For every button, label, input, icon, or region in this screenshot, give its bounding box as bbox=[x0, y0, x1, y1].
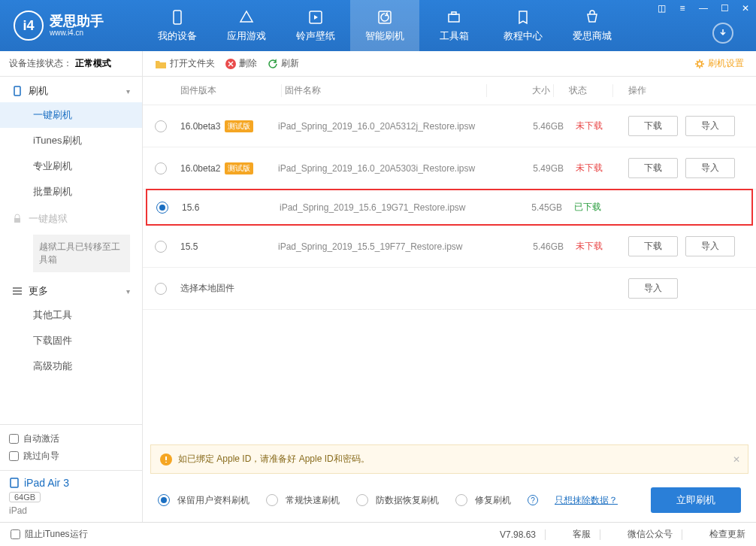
sidebar-group-jailbreak: 一键越狱 bbox=[0, 205, 142, 230]
firmware-status: 未下载 bbox=[564, 120, 616, 132]
flash-options: 保留用户资料刷机常规快速刷机防数据恢复刷机修复刷机 ? 只想抹除数据？ 立即刷机 bbox=[143, 478, 756, 522]
firmware-size: 5.49GB bbox=[503, 163, 564, 174]
nav-tab-6[interactable]: 爱思商城 bbox=[558, 0, 627, 51]
download-indicator-icon[interactable] bbox=[712, 23, 733, 44]
flash-option[interactable]: 防数据恢复刷机 bbox=[356, 494, 439, 507]
flash-now-button[interactable]: 立即刷机 bbox=[651, 487, 741, 513]
device-type: iPad bbox=[9, 505, 133, 516]
svg-rect-9 bbox=[13, 293, 22, 295]
local-firmware-row[interactable]: 选择本地固件导入 bbox=[143, 268, 756, 310]
delete-button[interactable]: 删除 bbox=[225, 57, 257, 70]
firmware-size: 5.46GB bbox=[503, 121, 564, 132]
nav-tab-2[interactable]: 铃声壁纸 bbox=[281, 0, 350, 51]
menu-button[interactable]: ≡ bbox=[672, 0, 693, 17]
nav-icon bbox=[445, 8, 463, 26]
sidebar-item[interactable]: 批量刷机 bbox=[0, 179, 142, 205]
download-button[interactable]: 下载 bbox=[628, 236, 678, 256]
auto-activate-checkbox[interactable]: 自动激活 bbox=[9, 432, 133, 445]
svg-rect-5 bbox=[14, 86, 20, 96]
col-ops: 操作 bbox=[616, 84, 744, 97]
sidebar-group-more[interactable]: 更多 ▾ bbox=[0, 277, 142, 302]
sidebar-group-flash[interactable]: 刷机 ▾ bbox=[0, 77, 142, 102]
block-itunes-checkbox[interactable]: 阻止iTunes运行 bbox=[11, 528, 88, 541]
main-content: 打开文件夹 删除 刷新 刷机设置 固件版本 固件名称 大小 状态 bbox=[143, 51, 756, 522]
device-name[interactable]: iPad Air 3 bbox=[9, 477, 133, 489]
import-button[interactable]: 导入 bbox=[685, 116, 735, 136]
nav-icon bbox=[237, 8, 256, 26]
option-radio[interactable] bbox=[356, 494, 368, 506]
firmware-size: 5.45GB bbox=[502, 202, 562, 213]
nav-icon bbox=[307, 8, 325, 26]
firmware-ops: 下载导入 bbox=[616, 236, 744, 256]
flash-icon bbox=[12, 86, 23, 96]
firmware-radio[interactable] bbox=[155, 283, 167, 295]
maximize-button[interactable]: ☐ bbox=[714, 0, 735, 17]
svg-rect-0 bbox=[174, 11, 181, 24]
wechat-link[interactable]: 微信公众号 bbox=[627, 528, 673, 541]
toolbar: 打开文件夹 删除 刷新 刷机设置 bbox=[143, 51, 756, 77]
firmware-name: iPad_Spring_2019_15.6_19G71_Restore.ipsw bbox=[280, 202, 502, 213]
flash-settings-button[interactable]: 刷机设置 bbox=[694, 57, 744, 70]
import-button[interactable]: 导入 bbox=[685, 236, 735, 256]
option-radio[interactable] bbox=[266, 494, 278, 506]
firmware-ops: 下载导入 bbox=[616, 116, 744, 136]
download-button[interactable]: 下载 bbox=[628, 158, 678, 178]
firmware-radio[interactable] bbox=[155, 162, 167, 174]
refresh-button[interactable]: 刷新 bbox=[268, 57, 299, 70]
firmware-name: iPad_Spring_2019_16.0_20A5303i_Restore.i… bbox=[278, 163, 503, 174]
help-icon[interactable]: ? bbox=[528, 495, 538, 505]
nav-tab-3[interactable]: 智能刷机 bbox=[350, 0, 419, 51]
firmware-status: 未下载 bbox=[564, 240, 616, 253]
import-button[interactable]: 导入 bbox=[685, 158, 735, 178]
logo-subtitle: www.i4.cn bbox=[50, 29, 104, 37]
sidebar-item[interactable]: 专业刷机 bbox=[0, 153, 142, 179]
flash-option[interactable]: 常规快速刷机 bbox=[266, 494, 340, 507]
firmware-status: 已下载 bbox=[562, 201, 615, 214]
skip-wizard-checkbox[interactable]: 跳过向导 bbox=[9, 450, 133, 463]
option-radio[interactable] bbox=[455, 494, 467, 506]
minimize-button[interactable]: — bbox=[693, 0, 714, 17]
flash-option[interactable]: 修复刷机 bbox=[455, 494, 511, 507]
firmware-version: 16.0beta3测试版 bbox=[180, 120, 278, 132]
warning-icon bbox=[160, 453, 172, 466]
flash-option[interactable]: 保留用户资料刷机 bbox=[158, 494, 249, 507]
nav-tab-0[interactable]: 我的设备 bbox=[143, 0, 212, 51]
nav-tab-1[interactable]: 应用游戏 bbox=[212, 0, 281, 51]
support-link[interactable]: 客服 bbox=[573, 528, 591, 541]
device-capacity: 64GB bbox=[9, 492, 41, 502]
col-status: 状态 bbox=[557, 84, 609, 97]
firmware-name: iPad_Spring_2019_16.0_20A5312j_Restore.i… bbox=[278, 121, 503, 132]
svg-rect-3 bbox=[449, 14, 459, 22]
skin-button[interactable]: ◫ bbox=[651, 0, 672, 17]
sidebar-item[interactable]: 下载固件 bbox=[0, 328, 142, 353]
firmware-row[interactable]: 15.6iPad_Spring_2019_15.6_19G71_Restore.… bbox=[146, 189, 753, 226]
firmware-radio[interactable] bbox=[155, 120, 167, 132]
open-folder-button[interactable]: 打开文件夹 bbox=[155, 57, 215, 70]
nav-icon bbox=[583, 8, 601, 26]
alert-close-button[interactable]: ✕ bbox=[733, 454, 740, 465]
sidebar-item[interactable]: 一键刷机 bbox=[0, 102, 142, 128]
firmware-ops: 下载导入 bbox=[616, 158, 744, 178]
nav-tab-5[interactable]: 教程中心 bbox=[488, 0, 558, 51]
svg-rect-7 bbox=[13, 287, 22, 289]
erase-data-link[interactable]: 只想抹除数据？ bbox=[555, 494, 618, 507]
firmware-version: 15.5 bbox=[180, 241, 278, 252]
check-update-link[interactable]: 检查更新 bbox=[709, 528, 745, 541]
firmware-row[interactable]: 16.0beta3测试版iPad_Spring_2019_16.0_20A531… bbox=[143, 105, 756, 147]
gear-icon bbox=[694, 59, 705, 69]
import-button[interactable]: 导入 bbox=[628, 278, 678, 299]
firmware-row[interactable]: 15.5iPad_Spring_2019_15.5_19F77_Restore.… bbox=[143, 226, 756, 268]
option-radio[interactable] bbox=[158, 494, 170, 506]
sidebar-item[interactable]: iTunes刷机 bbox=[0, 128, 142, 153]
firmware-row[interactable]: 16.0beta2测试版iPad_Spring_2019_16.0_20A530… bbox=[143, 147, 756, 190]
sidebar-item[interactable]: 其他工具 bbox=[0, 302, 142, 328]
firmware-radio[interactable] bbox=[155, 241, 167, 253]
sidebar-item[interactable]: 高级功能 bbox=[0, 353, 142, 379]
svg-rect-6 bbox=[14, 218, 20, 223]
download-button[interactable]: 下载 bbox=[628, 116, 678, 136]
main-nav: 我的设备应用游戏铃声壁纸智能刷机工具箱教程中心爱思商城 bbox=[143, 0, 627, 51]
nav-tab-4[interactable]: 工具箱 bbox=[419, 0, 488, 51]
close-button[interactable]: ✕ bbox=[735, 0, 756, 17]
col-version: 固件版本 bbox=[180, 84, 278, 97]
firmware-radio[interactable] bbox=[156, 202, 168, 214]
